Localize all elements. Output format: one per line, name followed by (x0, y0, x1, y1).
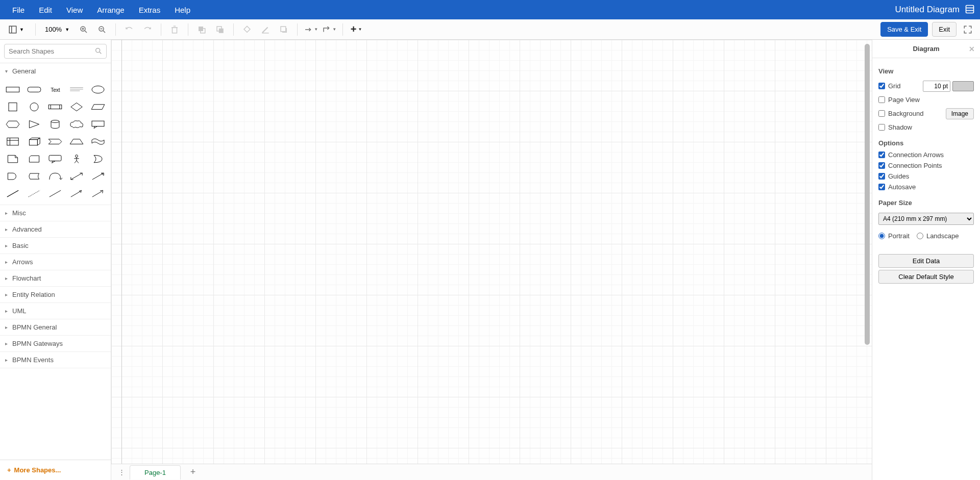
guides-field[interactable]: Guides (878, 172, 974, 180)
shape-actor[interactable] (67, 153, 86, 166)
shape-bidirectional-arrow[interactable] (67, 170, 86, 183)
shape-card[interactable] (24, 153, 44, 166)
shape-dashed-line[interactable] (24, 187, 44, 200)
page-tab-menu[interactable]: ⋮ (115, 466, 128, 478)
shape-arrow[interactable] (88, 170, 108, 183)
category-header[interactable]: ▸Advanced (0, 221, 111, 237)
to-front-button[interactable] (194, 22, 209, 37)
zoom-out-button[interactable] (95, 22, 109, 37)
grid-checkbox[interactable] (878, 83, 885, 89)
category-header[interactable]: ▸Entity Relation (0, 287, 111, 302)
shape-process[interactable] (46, 100, 65, 114)
fill-color-button[interactable] (240, 22, 254, 37)
shape-tape[interactable] (88, 135, 108, 148)
shape-textbox[interactable] (67, 83, 86, 96)
edit-data-button[interactable]: Edit Data (878, 254, 974, 268)
shape-line2[interactable] (46, 187, 65, 200)
zoom-in-button[interactable] (77, 22, 91, 37)
landscape-field[interactable]: Landscape (917, 232, 959, 240)
connection-button[interactable]: ▼ (304, 22, 318, 37)
undo-button[interactable] (122, 22, 136, 37)
shape-or[interactable] (88, 153, 108, 166)
shape-line[interactable] (3, 187, 22, 200)
redo-button[interactable] (140, 22, 155, 37)
category-header[interactable]: ▸BPMN Gateways (0, 336, 111, 351)
shape-hexagon[interactable] (3, 118, 22, 131)
conn-points-field[interactable]: Connection Points (878, 162, 974, 169)
category-header[interactable]: ▸Arrows (0, 254, 111, 270)
fullscreen-button[interactable] (961, 22, 975, 37)
menu-edit[interactable]: Edit (32, 0, 59, 19)
vertical-scrollbar[interactable] (865, 44, 870, 345)
clear-style-button[interactable]: Clear Default Style (878, 270, 974, 284)
category-header[interactable]: ▸BPMN Events (0, 352, 111, 368)
pageview-field[interactable]: Page View (878, 96, 974, 104)
shape-rectangle[interactable] (3, 83, 22, 96)
menu-extras[interactable]: Extras (132, 0, 168, 19)
pageview-checkbox[interactable] (878, 96, 885, 103)
shape-directional-connector-2[interactable] (88, 187, 108, 200)
landscape-radio[interactable] (917, 233, 923, 239)
shape-cube[interactable] (24, 135, 44, 148)
category-header[interactable]: ▸Flowchart (0, 270, 111, 286)
shadow-field[interactable]: Shadow (878, 123, 974, 131)
grid-field[interactable]: Grid (878, 82, 901, 90)
shape-cylinder[interactable] (46, 118, 65, 131)
category-header[interactable]: ▸Basic (0, 238, 111, 254)
shape-and[interactable] (3, 170, 22, 183)
shape-triangle[interactable] (24, 118, 44, 131)
shape-diamond[interactable] (67, 100, 86, 114)
shape-internal-storage[interactable] (3, 135, 22, 148)
shape-note[interactable] (3, 153, 22, 166)
conn-arrows-checkbox[interactable] (878, 151, 885, 158)
zoom-dropdown[interactable]: 100% ▼ (42, 23, 72, 35)
document-title[interactable]: Untitled Diagram (895, 5, 960, 15)
category-header-general[interactable]: ▾General (0, 63, 111, 79)
shape-ellipse[interactable] (88, 83, 108, 96)
grid-color-swatch[interactable] (952, 81, 974, 91)
shape-circle[interactable] (24, 100, 44, 114)
shape-callout-rect[interactable] (46, 153, 65, 166)
shadow-button[interactable] (277, 22, 291, 37)
delete-button[interactable] (167, 22, 182, 37)
shape-rounded-rectangle[interactable] (24, 83, 44, 96)
menu-arrange[interactable]: Arrange (90, 0, 131, 19)
shape-data-storage[interactable] (24, 170, 44, 183)
shape-callout[interactable] (88, 118, 108, 131)
insert-button[interactable]: +▼ (349, 22, 363, 37)
grid-size-input[interactable] (923, 81, 950, 92)
background-checkbox[interactable] (878, 110, 885, 117)
portrait-radio[interactable] (878, 233, 885, 239)
view-dropdown[interactable]: ▼ (5, 23, 27, 36)
format-panel-icon[interactable] (965, 4, 975, 16)
category-header[interactable]: ▸Misc (0, 205, 111, 221)
paper-size-select[interactable]: A4 (210 mm x 297 mm) (878, 213, 974, 225)
shape-trapezoid[interactable] (67, 135, 86, 148)
to-back-button[interactable] (213, 22, 227, 37)
shape-text[interactable]: Text (46, 83, 65, 96)
shape-square[interactable] (3, 100, 22, 114)
shape-parallelogram[interactable] (88, 100, 108, 114)
line-color-button[interactable] (258, 22, 273, 37)
menu-help[interactable]: Help (167, 0, 198, 19)
save-exit-button[interactable]: Save & Exit (880, 22, 928, 37)
conn-points-checkbox[interactable] (878, 162, 885, 169)
category-header[interactable]: ▸BPMN General (0, 319, 111, 335)
add-page-button[interactable]: + (187, 466, 199, 478)
waypoints-button[interactable]: ▼ (322, 22, 336, 37)
shape-step[interactable] (46, 135, 65, 148)
conn-arrows-field[interactable]: Connection Arrows (878, 151, 974, 159)
category-header[interactable]: ▸UML (0, 303, 111, 319)
exit-button[interactable]: Exit (932, 22, 957, 37)
background-image-button[interactable]: Image (946, 108, 974, 119)
more-shapes-button[interactable]: + More Shapes... (0, 460, 111, 480)
portrait-field[interactable]: Portrait (878, 232, 910, 240)
search-input[interactable] (4, 44, 107, 59)
menu-view[interactable]: View (59, 0, 90, 19)
shape-directional-connector[interactable] (67, 187, 86, 200)
shadow-checkbox[interactable] (878, 124, 885, 131)
page-tab-active[interactable]: Page-1 (130, 465, 181, 479)
autosave-checkbox[interactable] (878, 184, 885, 190)
guides-checkbox[interactable] (878, 173, 885, 180)
canvas-area[interactable]: ⋮ ⋮ Page-1 + (111, 40, 872, 480)
